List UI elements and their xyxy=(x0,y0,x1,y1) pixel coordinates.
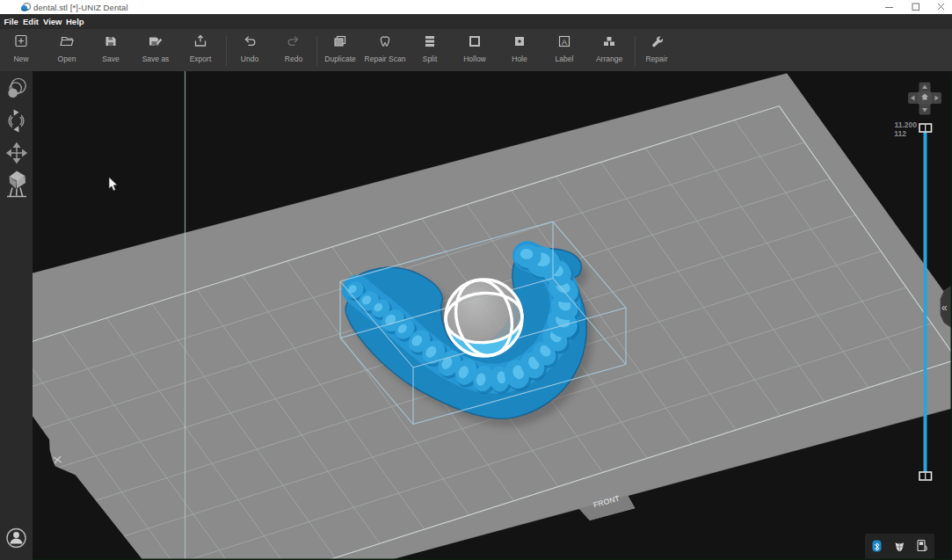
svg-text:«: « xyxy=(941,302,948,314)
svg-text:11.200: 11.200 xyxy=(894,120,917,129)
svg-text:A: A xyxy=(562,38,567,47)
svg-text:112: 112 xyxy=(894,129,906,138)
